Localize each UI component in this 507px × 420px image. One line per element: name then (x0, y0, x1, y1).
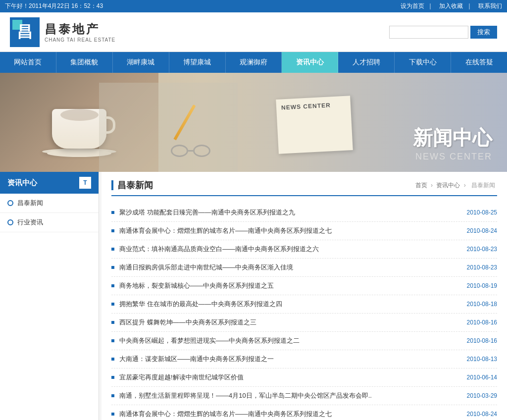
news-date: 2010-08-23 (467, 246, 497, 253)
news-item[interactable]: 南通体育会展中心：熠熠生辉的城市名片——南通中央商务区系列报道之七 2010-0… (111, 222, 497, 240)
news-title: 中央商务区崛起，看梦想照进现实——中央商务区系列报道之二 (119, 336, 300, 345)
news-title: 商务地标，裂变新城核心——中央商务区系列报道之五 (119, 281, 274, 290)
banner-title-en: NEWS CENTER (413, 152, 492, 162)
logo-cn: 昌泰地产 (45, 21, 115, 37)
news-date: 2010-08-24 (467, 227, 497, 234)
news-title: 大南通：谋变新城区——南通中央商务区系列报道之一 (119, 355, 274, 364)
breadcrumb-sep2: › (464, 182, 466, 189)
sidebar-title-label: 资讯中心 (7, 178, 37, 188)
sidebar-title: 资讯中心 T (0, 172, 99, 194)
news-item[interactable]: 中央商务区崛起，看梦想照进现实——中央商务区系列报道之二 2010-08-16 (111, 332, 497, 350)
nav-item-guanlan[interactable]: 观澜御府 (226, 52, 282, 73)
content-title: 昌泰新闻 (111, 179, 153, 191)
news-item[interactable]: 南通体育会展中心：熠熠生辉的城市名片——南通中央商务区系列报道之七 2010-0… (111, 405, 497, 420)
news-item[interactable]: 大南通：谋变新城区——南通中央商务区系列报道之一 2010-08-13 (111, 350, 497, 368)
banner-overlay: 新闻中心 NEWS CENTER (413, 124, 492, 162)
main-content: 资讯中心 T 昌泰新闻 行业资讯 昌泰新闻 首页 › 资讯中心 › 昌泰新闻 (0, 172, 507, 420)
news-title: 南通体育会展中心：熠熠生辉的城市名片——南通中央商务区系列报道之七 (119, 226, 332, 235)
content-header: 昌泰新闻 首页 › 资讯中心 › 昌泰新闻 (111, 179, 497, 196)
nav-item-recruit[interactable]: 人才招聘 (338, 52, 395, 73)
news-list: 聚沙成塔 功能配套日臻完善——南通中央商务区系列报道之九 2010-08-25 … (111, 204, 497, 420)
sidebar-item-industry-news[interactable]: 行业资讯 (0, 213, 99, 232)
breadcrumb: 首页 › 资讯中心 › 昌泰新闻 (415, 181, 497, 190)
news-item[interactable]: 南通，别墅生活新里程即将呈现！——4月10日，军山半岛二期中央公馆区产品发布会即… (111, 387, 497, 405)
news-bullet-icon (111, 413, 114, 416)
news-left: 中央商务区崛起，看梦想照进现实——中央商务区系列报道之二 (111, 336, 457, 345)
news-bullet-icon (111, 394, 114, 397)
news-title: 商业范式：填补南通高品质商业空白——南通中央商务区系列报道之六 (119, 245, 319, 254)
news-date: 2010-08-16 (467, 319, 497, 326)
search-input[interactable] (389, 26, 468, 39)
news-date: 2010-08-18 (467, 301, 497, 308)
nav-bar: 网站首页 集团概貌 湖畔康城 博望康城 观澜御府 资讯中心 人才招聘 下载中心 … (0, 52, 507, 73)
news-item[interactable]: 商业范式：填补南通高品质商业空白——南通中央商务区系列报道之六 2010-08-… (111, 240, 497, 259)
breadcrumb-section[interactable]: 资讯中心 (436, 182, 460, 189)
news-item[interactable]: 南通日报购房俱乐部走进中南世纪城——中央商务区渐入佳境 2010-08-23 (111, 259, 497, 277)
sidebar-item-label: 昌泰新闻 (17, 199, 43, 208)
news-title: 南通体育会展中心：熠熠生辉的城市名片——南通中央商务区系列报道之七 (119, 410, 332, 419)
contact-link[interactable]: 联系我们 (478, 2, 502, 9)
news-title: 宜居豪宅再度超越!解读中南世纪城学区价值 (119, 373, 244, 382)
datetime: 下午好！2011年4月22日 16：52：43 (5, 2, 103, 10)
news-title: 拥抱繁华 住在城市的最高处——中央商务区系列报道之四 (119, 300, 282, 309)
logo: 昌 昌泰地产 CHANG TAI REAL ESTATE (10, 17, 115, 47)
news-date: 2010-08-19 (467, 282, 497, 289)
sidebar-dot-icon (7, 200, 13, 206)
news-center-card: NEWS CENTER (276, 96, 353, 154)
news-bullet-icon (111, 321, 114, 324)
content-area: 昌泰新闻 首页 › 资讯中心 › 昌泰新闻 聚沙成塔 功能配套日臻完善——南通中… (101, 172, 507, 420)
news-bullet-icon (111, 229, 114, 232)
search-button[interactable]: 搜索 (470, 26, 497, 39)
news-bullet-icon (111, 376, 114, 379)
news-bullet-icon (111, 339, 114, 342)
nav-item-bokang[interactable]: 博望康城 (169, 52, 226, 73)
logo-icon: 昌 (10, 17, 40, 47)
breadcrumb-current: 昌泰新闻 (471, 182, 495, 189)
nav-item-news[interactable]: 资讯中心 (282, 52, 338, 73)
news-left: 商务地标，裂变新城核心——中央商务区系列报道之五 (111, 281, 457, 290)
news-left: 南通日报购房俱乐部走进中南世纪城——中央商务区渐入佳境 (111, 263, 457, 272)
news-date: 2010-08-25 (467, 209, 497, 216)
news-bullet-icon (111, 211, 114, 214)
news-left: 南通体育会展中心：熠熠生辉的城市名片——南通中央商务区系列报道之七 (111, 226, 457, 235)
sidebar-dot-icon-2 (7, 219, 13, 225)
sidebar: 资讯中心 T 昌泰新闻 行业资讯 (0, 172, 99, 420)
news-item[interactable]: 西区提升 蝶舞乾坤——中央商务区系列报道之三 2010-08-16 (111, 314, 497, 332)
news-left: 聚沙成塔 功能配套日臻完善——南通中央商务区系列报道之九 (111, 208, 457, 217)
search-box: 搜索 (389, 26, 497, 39)
news-left: 宜居豪宅再度超越!解读中南世纪城学区价值 (111, 373, 457, 382)
news-title: 聚沙成塔 功能配套日臻完善——南通中央商务区系列报道之九 (119, 208, 295, 217)
news-bullet-icon (111, 248, 114, 251)
news-item[interactable]: 聚沙成塔 功能配套日臻完善——南通中央商务区系列报道之九 2010-08-25 (111, 204, 497, 222)
add-fav-link[interactable]: 加入收藏 (439, 2, 463, 9)
header: 昌 昌泰地产 CHANG TAI REAL ESTATE 搜索 (0, 12, 507, 52)
nav-item-group[interactable]: 集团概貌 (56, 52, 113, 73)
news-date: 2010-08-13 (467, 356, 497, 363)
news-date: 2010-08-16 (467, 337, 497, 344)
news-date: 2010-03-29 (467, 392, 497, 399)
news-left: 南通，别墅生活新里程即将呈现！——4月10日，军山半岛二期中央公馆区产品发布会即… (111, 391, 457, 400)
breadcrumb-home[interactable]: 首页 (415, 182, 427, 189)
news-date: 2010-08-24 (467, 411, 497, 418)
set-home-link[interactable]: 设为首页 (401, 2, 424, 9)
news-title: 西区提升 蝶舞乾坤——中央商务区系列报道之三 (119, 318, 256, 327)
news-left: 拥抱繁华 住在城市的最高处——中央商务区系列报道之四 (111, 300, 457, 309)
top-bar-links: 设为首页 ｜ 加入收藏 ｜ 联系我们 (398, 2, 502, 10)
nav-item-faq[interactable]: 在线答疑 (451, 52, 507, 73)
nav-item-home[interactable]: 网站首页 (0, 52, 56, 73)
sidebar-title-icon: T (79, 177, 91, 189)
news-bullet-icon (111, 284, 114, 287)
nav-item-hukang[interactable]: 湖畔康城 (113, 52, 169, 73)
news-left: 南通体育会展中心：熠熠生辉的城市名片——南通中央商务区系列报道之七 (111, 410, 457, 419)
logo-text: 昌泰地产 CHANG TAI REAL ESTATE (45, 21, 115, 43)
sidebar-item-changtai-news[interactable]: 昌泰新闻 (0, 194, 99, 213)
news-item[interactable]: 商务地标，裂变新城核心——中央商务区系列报道之五 2010-08-19 (111, 277, 497, 295)
news-item[interactable]: 宜居豪宅再度超越!解读中南世纪城学区价值 2010-06-14 (111, 368, 497, 387)
news-item[interactable]: 拥抱繁华 住在城市的最高处——中央商务区系列报道之四 2010-08-18 (111, 295, 497, 314)
news-date: 2010-06-14 (467, 374, 497, 381)
banner-title-cn: 新闻中心 (413, 124, 492, 152)
news-bullet-icon (111, 358, 114, 361)
logo-en: CHANG TAI REAL ESTATE (45, 37, 115, 43)
nav-item-download[interactable]: 下载中心 (395, 52, 451, 73)
news-bullet-icon (111, 266, 114, 269)
